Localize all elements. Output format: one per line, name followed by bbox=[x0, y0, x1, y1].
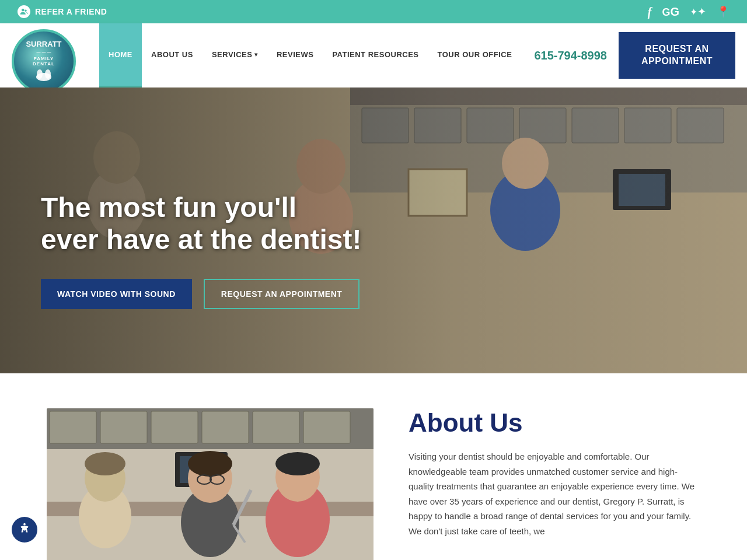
social-links: G ✦ 📍 bbox=[648, 4, 729, 19]
nav-reviews[interactable]: REVIEWS bbox=[267, 23, 323, 88]
hero-buttons: WATCH VIDEO WITH SOUND REQUEST AN APPOIN… bbox=[41, 279, 362, 309]
nav-services[interactable]: SERVICES ▾ bbox=[203, 23, 267, 88]
svg-point-40 bbox=[188, 451, 232, 477]
appointment-button[interactable]: REQUEST AN APPOINTMENT bbox=[619, 32, 735, 79]
refer-a-friend[interactable]: REFER A FRIEND bbox=[18, 5, 107, 18]
svg-point-48 bbox=[23, 523, 26, 525]
request-appointment-hero-button[interactable]: REQUEST AN APPOINTMENT bbox=[204, 279, 360, 309]
logo-separator: — — — bbox=[26, 50, 61, 54]
svg-rect-27 bbox=[100, 411, 147, 443]
nav-about-us[interactable]: ABOUT US bbox=[142, 23, 203, 88]
accessibility-icon bbox=[18, 522, 31, 538]
svg-rect-31 bbox=[303, 411, 350, 443]
nav-links: HOME ABOUT US SERVICES ▾ REVIEWS PATIENT… bbox=[99, 23, 522, 88]
appt-line2: APPOINTMENT bbox=[641, 56, 713, 66]
hero-headline-line1: The most fun you'll bbox=[41, 192, 296, 223]
phone-number[interactable]: 615-794-8998 bbox=[522, 49, 619, 62]
svg-rect-28 bbox=[151, 411, 198, 443]
map-pin-icon[interactable]: 📍 bbox=[717, 5, 729, 18]
services-chevron-icon: ▾ bbox=[254, 51, 258, 58]
about-body: Visiting your dentist should be enjoyabl… bbox=[409, 449, 700, 538]
yelp-icon[interactable]: ✦ bbox=[690, 5, 706, 18]
about-text-block: About Us Visiting your dentist should be… bbox=[409, 408, 700, 538]
logo[interactable]: SURRATT — — — FAMILY DENTAL bbox=[12, 29, 88, 82]
hero-section: The most fun you'll ever have at the den… bbox=[0, 88, 747, 373]
logo-line1: SURRATT bbox=[26, 40, 61, 49]
svg-rect-29 bbox=[202, 411, 249, 443]
refer-icon bbox=[18, 5, 30, 18]
google-icon[interactable]: G bbox=[662, 5, 679, 19]
nav-home[interactable]: HOME bbox=[99, 23, 142, 88]
about-section: About Us Visiting your dentist should be… bbox=[0, 373, 747, 560]
nav-patient-resources[interactable]: PATIENT RESOURCES bbox=[323, 23, 428, 88]
top-bar: REFER A FRIEND G ✦ 📍 bbox=[0, 0, 747, 23]
svg-point-3 bbox=[37, 69, 43, 79]
svg-point-1 bbox=[25, 10, 27, 12]
about-photo-svg bbox=[47, 408, 374, 560]
svg-point-4 bbox=[45, 69, 51, 79]
logo-line3: DENTAL bbox=[26, 61, 61, 67]
accessibility-button[interactable] bbox=[12, 517, 37, 542]
appt-line1: REQUEST AN bbox=[645, 44, 708, 54]
about-title: About Us bbox=[409, 408, 700, 438]
svg-point-45 bbox=[275, 452, 320, 475]
watch-video-button[interactable]: WATCH VIDEO WITH SOUND bbox=[41, 279, 192, 309]
refer-label: REFER A FRIEND bbox=[35, 7, 107, 16]
facebook-icon[interactable] bbox=[648, 4, 652, 19]
logo-line2: FAMILY bbox=[26, 56, 61, 62]
svg-point-37 bbox=[85, 452, 125, 475]
about-image bbox=[47, 408, 374, 560]
tooth-logo-icon bbox=[35, 69, 53, 82]
svg-point-0 bbox=[22, 9, 25, 12]
hero-content: The most fun you'll ever have at the den… bbox=[0, 191, 362, 327]
hero-headline-line2: ever have at the dentist! bbox=[41, 224, 362, 255]
svg-rect-26 bbox=[50, 411, 96, 443]
svg-rect-30 bbox=[253, 411, 299, 443]
navbar: SURRATT — — — FAMILY DENTAL HOME ABOUT U… bbox=[0, 23, 747, 88]
hero-headline: The most fun you'll ever have at the den… bbox=[41, 191, 362, 256]
nav-tour-office[interactable]: TOUR OUR OFFICE bbox=[428, 23, 522, 88]
